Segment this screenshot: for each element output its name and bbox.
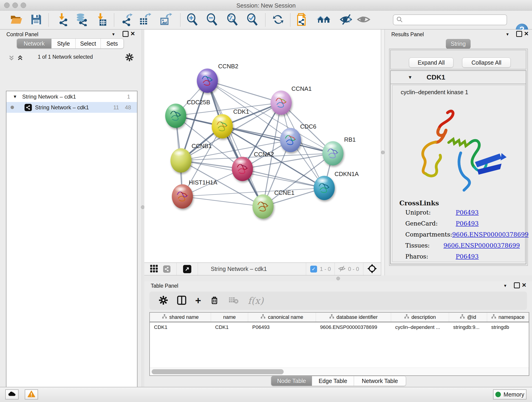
table-cell[interactable]: P06493 <box>248 323 316 332</box>
table-cell[interactable]: 9606.ENSP00000378699 <box>316 323 391 332</box>
table-row[interactable]: CDK1CDK1P064939606.ENSP00000378699cyclin… <box>150 323 529 332</box>
disclosure-triangle-icon[interactable]: ▼ <box>408 75 412 80</box>
import-network-file-button[interactable] <box>56 13 70 27</box>
gear-icon[interactable] <box>125 53 134 63</box>
float-panel-icon[interactable]: ▾ <box>504 283 506 288</box>
tab-select[interactable]: Select <box>76 38 101 49</box>
divider-handle[interactable] <box>381 151 385 154</box>
birdseye-icon[interactable] <box>367 264 377 274</box>
maximize-panel-icon[interactable] <box>514 282 520 288</box>
tab-style[interactable]: Style <box>51 38 76 49</box>
string-document-button[interactable] <box>295 13 309 27</box>
save-session-button[interactable] <box>29 13 43 27</box>
hidden-eye-icon[interactable] <box>338 265 346 274</box>
export-image-button[interactable] <box>159 13 173 27</box>
import-network-database-button[interactable] <box>74 13 89 27</box>
table-cell[interactable]: stringdb <box>487 323 529 332</box>
network-collection-row[interactable]: ▼ String Network – cdk1 1 <box>6 91 137 102</box>
network-edge[interactable] <box>222 126 333 153</box>
memory-button[interactable]: Memory <box>493 389 526 400</box>
network-row[interactable]: String Network – cdk1 11 48 <box>6 102 137 113</box>
network-node-CDK1[interactable] <box>212 114 233 138</box>
function-icon[interactable]: f(x) <box>248 295 264 306</box>
network-node-CDC25B[interactable] <box>165 104 186 128</box>
cloud-button[interactable] <box>5 389 19 400</box>
warning-button[interactable] <box>25 389 38 400</box>
zoom-out-button[interactable] <box>205 13 219 27</box>
crosslink-link[interactable]: 9606.ENSP00000378699 <box>443 242 520 249</box>
column-header-shared-name[interactable]: shared name <box>150 313 211 322</box>
scrollbar-thumb[interactable] <box>152 369 284 374</box>
float-panel-icon[interactable]: ▾ <box>506 32 509 37</box>
crosslink-link[interactable]: P06493 <box>456 253 479 260</box>
column-header-database-identifier[interactable]: database identifier <box>316 313 391 322</box>
enhance-view-button[interactable] <box>339 13 353 27</box>
crosslink-link[interactable]: P06493 <box>456 220 479 227</box>
column-header-description[interactable]: description <box>391 313 449 322</box>
network-edge[interactable] <box>242 169 324 188</box>
network-node-CCNA2[interactable] <box>232 157 253 181</box>
network-edge[interactable] <box>182 196 263 206</box>
share-view-icon[interactable] <box>163 265 171 273</box>
gear-icon[interactable] <box>158 295 168 306</box>
tab-edge-table[interactable]: Edge Table <box>312 376 354 386</box>
table-cell[interactable]: CDK1 <box>211 323 248 332</box>
network-edge[interactable] <box>207 81 281 103</box>
maximize-panel-icon[interactable] <box>123 31 128 37</box>
gene-header[interactable]: ▼ CDK1 <box>391 71 526 84</box>
network-node-RB1[interactable] <box>322 141 343 166</box>
tab-network-table[interactable]: Network Table <box>354 376 406 386</box>
tab-sets[interactable]: Sets <box>101 38 124 49</box>
close-panel-icon[interactable]: × <box>131 31 135 36</box>
network-node-HIST1H1A[interactable] <box>172 184 193 209</box>
column-header-namespace[interactable]: namespace <box>487 313 529 322</box>
network-node-CCNE1[interactable] <box>253 194 273 219</box>
tab-network[interactable]: Network <box>17 38 51 49</box>
divider-handle[interactable] <box>336 277 340 280</box>
network-node-CCNA1[interactable] <box>271 90 292 115</box>
crosslink-link[interactable]: P06493 <box>456 209 479 216</box>
zoom-fit-button[interactable] <box>225 13 240 27</box>
table-cell[interactable]: CDK1 <box>150 323 211 332</box>
refresh-button[interactable] <box>271 13 285 27</box>
table-cell[interactable]: cyclin–dependent ... <box>391 323 449 332</box>
float-panel-icon[interactable]: ▾ <box>112 32 114 37</box>
export-table-button[interactable] <box>138 13 152 27</box>
column-header-@id[interactable]: @id <box>449 313 487 322</box>
clear-table-icon[interactable] <box>229 295 239 306</box>
zoom-in-button[interactable] <box>185 13 200 27</box>
tab-string[interactable]: String <box>446 39 471 49</box>
disclosure-triangle-icon[interactable]: ▼ <box>13 94 17 99</box>
close-panel-icon[interactable]: × <box>522 282 526 288</box>
maximize-panel-icon[interactable] <box>516 31 522 37</box>
horizontal-scrollbar[interactable] <box>150 368 529 375</box>
zoom-selected-button[interactable] <box>245 13 260 27</box>
export-network-button[interactable] <box>120 13 134 27</box>
grid-view-icon[interactable] <box>150 264 158 274</box>
network-node-CCNB2[interactable] <box>197 69 218 93</box>
selected-checkbox-icon[interactable]: ✓ <box>310 266 317 273</box>
tab-node-table[interactable]: Node Table <box>271 376 312 386</box>
split-columns-icon[interactable] <box>177 295 186 306</box>
divider-handle[interactable] <box>141 205 145 209</box>
show-hide-button[interactable] <box>356 13 371 27</box>
add-column-icon[interactable]: + <box>195 296 201 305</box>
column-header-name[interactable]: name <box>211 313 248 322</box>
network-node-CDC6[interactable] <box>280 128 301 152</box>
network-canvas[interactable]: CCNB2 CCNA1 CDC25B CDK1 CDC6 RB1 CCNB1 C… <box>144 30 381 262</box>
delete-icon[interactable] <box>210 296 219 306</box>
network-edge[interactable] <box>207 81 263 206</box>
collapse-all-button[interactable]: Collapse All <box>462 57 511 68</box>
expand-all-button[interactable]: Expand All <box>409 57 453 68</box>
open-in-new-icon[interactable] <box>183 265 191 273</box>
network-node-CDKN1A[interactable] <box>314 176 335 200</box>
network-node-CCNB1[interactable] <box>171 148 191 172</box>
close-panel-icon[interactable]: × <box>524 31 529 36</box>
crosslink-link[interactable]: 9606.ENSP00000378699 <box>452 231 529 238</box>
import-table-button[interactable] <box>94 13 108 27</box>
column-header-canonical-name[interactable]: canonical name <box>248 313 316 322</box>
search-input[interactable] <box>393 14 507 25</box>
string-home-button[interactable] <box>317 13 331 27</box>
table-cell[interactable]: stringdb:9... <box>449 323 487 332</box>
collapse-all-icon[interactable] <box>8 54 15 63</box>
